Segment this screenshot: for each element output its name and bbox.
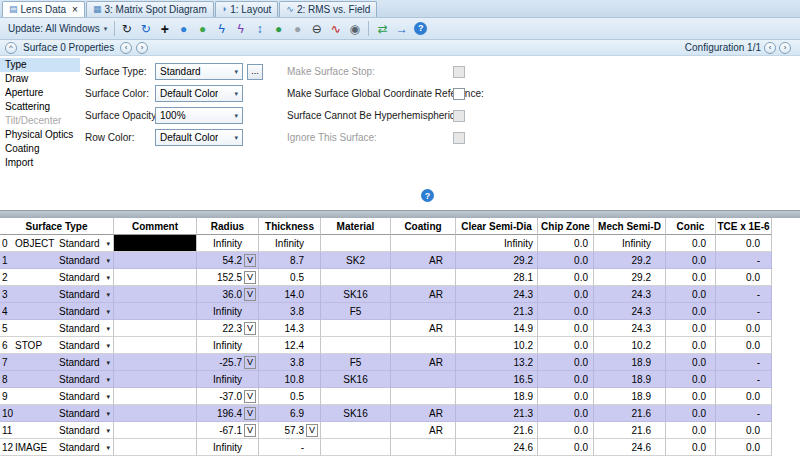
comment-cell[interactable] bbox=[114, 388, 197, 405]
thickness-cell[interactable]: 6.9 bbox=[259, 405, 321, 422]
thickness-cell[interactable]: 14.3 bbox=[259, 320, 321, 337]
thickness-solve-flag[interactable]: V bbox=[306, 424, 318, 437]
more-options-button[interactable]: ... bbox=[247, 64, 263, 80]
mech-semi-dia-cell[interactable]: 18.9 bbox=[594, 371, 666, 388]
clear-semi-dia-cell[interactable]: Infinity bbox=[456, 235, 538, 252]
material-cell[interactable] bbox=[321, 422, 391, 439]
radius-cell[interactable]: -67.1V bbox=[197, 422, 259, 439]
surface-type-dropdown[interactable]: Standard▾ bbox=[59, 357, 113, 368]
update-all-icon[interactable]: ↻ bbox=[137, 21, 154, 37]
surface-row-header[interactable]: 4Standard▾ bbox=[0, 303, 114, 320]
material-cell[interactable]: SK16 bbox=[321, 405, 391, 422]
circle-minus-icon[interactable]: ⊖ bbox=[308, 21, 325, 37]
eye-icon[interactable]: ◉ bbox=[346, 21, 363, 37]
row-color-dropdown[interactable]: Default Color▾ bbox=[155, 129, 243, 146]
comment-cell[interactable] bbox=[114, 337, 197, 354]
surface-row-header[interactable]: 11Standard▾ bbox=[0, 422, 114, 439]
comment-cell[interactable] bbox=[114, 371, 197, 388]
chip-zone-cell[interactable]: 0.0 bbox=[538, 354, 594, 371]
prev-surface-button[interactable]: ‹ bbox=[120, 42, 132, 54]
conic-cell[interactable]: 0.0 bbox=[666, 252, 716, 269]
thickness-cell[interactable]: Infinity bbox=[259, 235, 321, 252]
tab-layout[interactable]: ◗1: Layout bbox=[215, 1, 279, 17]
radius-cell[interactable]: 36.0V bbox=[197, 286, 259, 303]
sphere-icon[interactable]: ● bbox=[289, 21, 306, 37]
sidebar-item-physical-optics[interactable]: Physical Optics bbox=[0, 128, 80, 142]
clear-semi-dia-cell[interactable]: 24.6 bbox=[456, 439, 538, 456]
surface-row-header[interactable]: 12IMAGEStandard▾ bbox=[0, 439, 114, 456]
surface-type-dropdown[interactable]: Standard▾ bbox=[59, 374, 113, 385]
coating-cell[interactable] bbox=[391, 269, 456, 286]
surface-type-dropdown[interactable]: Standard▾ bbox=[59, 255, 113, 266]
help-icon[interactable]: ? bbox=[414, 22, 427, 35]
material-cell[interactable] bbox=[321, 439, 391, 456]
sidebar-item-import[interactable]: Import bbox=[0, 156, 80, 170]
radius-cell[interactable]: Infinity bbox=[197, 303, 259, 320]
clear-semi-dia-cell[interactable]: 29.2 bbox=[456, 252, 538, 269]
comment-cell[interactable] bbox=[114, 252, 197, 269]
radius-cell[interactable]: Infinity bbox=[197, 337, 259, 354]
material-cell[interactable]: SK16 bbox=[321, 286, 391, 303]
chip-zone-cell[interactable]: 0.0 bbox=[538, 269, 594, 286]
surface-type-dropdown[interactable]: Standard▾ bbox=[155, 63, 243, 80]
tce-cell[interactable]: 0.0 bbox=[716, 337, 772, 354]
thickness-cell[interactable]: 3.8 bbox=[259, 303, 321, 320]
surface-row-header[interactable]: 1Standard▾ bbox=[0, 252, 114, 269]
conic-cell[interactable]: 0.0 bbox=[666, 269, 716, 286]
radius-solve-flag[interactable]: V bbox=[244, 254, 256, 267]
radius-solve-flag[interactable]: V bbox=[244, 407, 256, 420]
mech-semi-dia-cell[interactable]: 24.3 bbox=[594, 320, 666, 337]
coating-cell[interactable]: AR bbox=[391, 320, 456, 337]
thickness-cell[interactable]: 14.0 bbox=[259, 286, 321, 303]
update-icon[interactable]: ↻ bbox=[118, 21, 135, 37]
chip-zone-cell[interactable]: 0.0 bbox=[538, 371, 594, 388]
clear-semi-dia-cell[interactable]: 28.1 bbox=[456, 269, 538, 286]
tab-rms-vs-field[interactable]: ∿2: RMS vs. Field bbox=[279, 1, 377, 17]
tab-lens-data[interactable]: ▤Lens Data× bbox=[2, 1, 85, 17]
slider-curve-icon[interactable]: ∿ bbox=[327, 21, 344, 37]
conic-cell[interactable]: 0.0 bbox=[666, 235, 716, 252]
comment-cell[interactable] bbox=[114, 405, 197, 422]
clear-semi-dia-cell[interactable]: 21.3 bbox=[456, 303, 538, 320]
conic-cell[interactable]: 0.0 bbox=[666, 320, 716, 337]
radius-cell[interactable]: Infinity bbox=[197, 371, 259, 388]
surface-type-dropdown[interactable]: Standard▾ bbox=[59, 306, 113, 317]
tce-cell[interactable]: 0.0 bbox=[716, 320, 772, 337]
collapse-properties-button[interactable]: ^ bbox=[5, 42, 17, 54]
chip-zone-cell[interactable]: 0.0 bbox=[538, 286, 594, 303]
surface-row-header[interactable]: 5Standard▾ bbox=[0, 320, 114, 337]
comment-cell[interactable] bbox=[114, 303, 197, 320]
forward-arrow-icon[interactable]: → bbox=[393, 21, 410, 37]
conic-cell[interactable]: 0.0 bbox=[666, 388, 716, 405]
thickness-cell[interactable]: - bbox=[259, 439, 321, 456]
surface-type-dropdown[interactable]: Standard▾ bbox=[59, 272, 113, 283]
surface-type-dropdown[interactable]: Standard▾ bbox=[59, 238, 113, 249]
thickness-cell[interactable]: 3.8 bbox=[259, 354, 321, 371]
thickness-cell[interactable]: 8.7 bbox=[259, 252, 321, 269]
mech-semi-dia-cell[interactable]: 29.2 bbox=[594, 269, 666, 286]
conic-cell[interactable]: 0.0 bbox=[666, 286, 716, 303]
tab-matrix-spot-diagram[interactable]: ▦3: Matrix Spot Diagram bbox=[86, 1, 214, 17]
next-surface-button[interactable]: › bbox=[136, 42, 148, 54]
surface-type-dropdown[interactable]: Standard▾ bbox=[59, 340, 113, 351]
conic-cell[interactable]: 0.0 bbox=[666, 371, 716, 388]
radius-cell[interactable]: -25.7V bbox=[197, 354, 259, 371]
material-cell[interactable] bbox=[321, 320, 391, 337]
conic-cell[interactable]: 0.0 bbox=[666, 439, 716, 456]
surface-color-dropdown[interactable]: Default Color▾ bbox=[155, 85, 243, 102]
material-cell[interactable]: SK2 bbox=[321, 252, 391, 269]
radius-solve-flag[interactable]: V bbox=[244, 271, 256, 284]
sidebar-item-scattering[interactable]: Scattering bbox=[0, 100, 80, 114]
surface-type-dropdown[interactable]: Standard▾ bbox=[59, 442, 113, 453]
comment-cell[interactable] bbox=[114, 320, 197, 337]
material-cell[interactable] bbox=[321, 235, 391, 252]
conic-cell[interactable]: 0.0 bbox=[666, 354, 716, 371]
material-cell[interactable]: F5 bbox=[321, 303, 391, 320]
clear-semi-dia-cell[interactable]: 24.3 bbox=[456, 286, 538, 303]
quick-adjust-icon[interactable]: + bbox=[156, 21, 173, 37]
prev-configuration-button[interactable]: ‹ bbox=[764, 42, 776, 54]
tce-cell[interactable]: 0.0 bbox=[716, 439, 772, 456]
coating-cell[interactable] bbox=[391, 388, 456, 405]
radius-solve-flag[interactable]: V bbox=[244, 322, 256, 335]
chip-zone-cell[interactable]: 0.0 bbox=[538, 439, 594, 456]
